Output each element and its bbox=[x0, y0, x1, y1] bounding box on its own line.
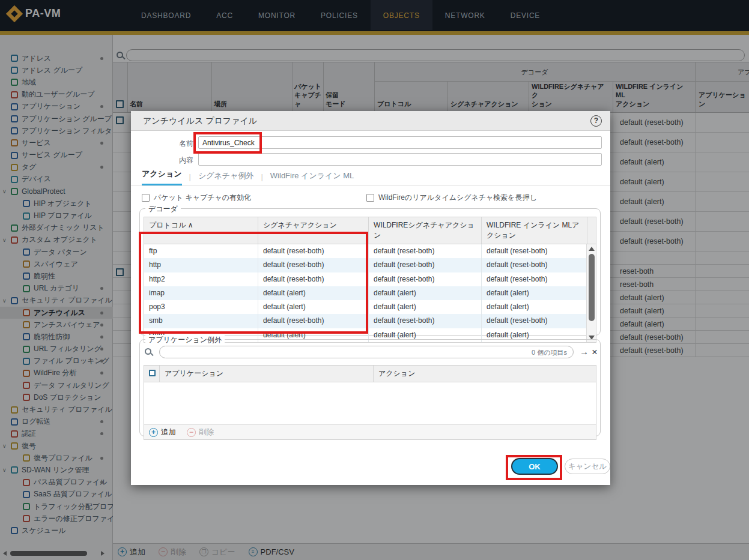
tab-actions[interactable]: アクション bbox=[142, 169, 182, 185]
select-all-checkbox[interactable] bbox=[149, 370, 156, 376]
decoder-col-header[interactable]: プロトコル ∧ bbox=[144, 217, 258, 244]
decoder-cell[interactable]: default (reset-both) bbox=[482, 258, 587, 272]
tab-signature-exceptions[interactable]: シグネチャ例外 bbox=[198, 170, 254, 185]
decoder-cell[interactable]: default (reset-both) bbox=[258, 258, 369, 272]
decoder-col-header[interactable]: WILDFIREシグネチャアクション bbox=[369, 217, 482, 244]
application-exception-header: アプリケーション アクション bbox=[144, 366, 596, 382]
decoder-cell[interactable]: default (reset-both) bbox=[482, 244, 587, 258]
decoder-col-header[interactable]: WILDFIRE インライン MLアクション bbox=[482, 217, 587, 244]
help-icon[interactable]: ? bbox=[590, 115, 602, 127]
decoder-row-smb[interactable]: smbdefault (reset-both)default (reset-bo… bbox=[144, 314, 596, 328]
decoder-cell[interactable]: default (reset-both) bbox=[258, 272, 369, 286]
decoder-legend: デコーダ bbox=[145, 204, 181, 214]
delete-application-button[interactable]: − 削除 bbox=[187, 427, 214, 438]
minus-icon: − bbox=[187, 428, 196, 437]
col-action: アクション bbox=[374, 366, 597, 382]
search-icon bbox=[145, 348, 151, 355]
ok-button[interactable]: OK bbox=[511, 458, 558, 475]
decoder-row-http2[interactable]: http2default (reset-both)default (reset-… bbox=[144, 272, 596, 286]
application-search-input[interactable]: 0 個の項目s bbox=[159, 346, 574, 358]
description-label: 内容 bbox=[131, 155, 193, 166]
wildfire-realtime-checkbox[interactable] bbox=[366, 194, 374, 202]
cancel-button[interactable]: キャンセル bbox=[565, 459, 610, 474]
decoder-cell[interactable]: http2 bbox=[144, 272, 258, 286]
decoder-cell[interactable]: smb bbox=[144, 314, 258, 328]
decoder-fieldset: デコーダ プロトコル ∧シグネチャアクションWILDFIREシグネチャアクション… bbox=[139, 208, 601, 336]
tab-wildfire-inline-ml[interactable]: WildFire インライン ML bbox=[270, 170, 354, 185]
decoder-table-body: ftpdefault (reset-both)default (reset-bo… bbox=[144, 244, 596, 343]
decoder-cell[interactable]: ftp bbox=[144, 244, 258, 258]
decoder-cell[interactable]: http bbox=[144, 258, 258, 272]
decoder-cell[interactable]: default (reset-both) bbox=[369, 314, 482, 328]
scroll-up-icon[interactable] bbox=[589, 247, 595, 251]
application-exception-empty-body bbox=[144, 382, 596, 424]
wildfire-realtime-checkbox-row: WildFireのリアルタイムシグネチャ検索を長押し bbox=[366, 193, 537, 203]
decoder-cell[interactable]: default (alert) bbox=[258, 300, 369, 314]
decoder-cell[interactable]: default (reset-both) bbox=[369, 272, 482, 286]
tab-separator: | bbox=[189, 172, 191, 185]
application-exception-search: 0 個の項目s → × bbox=[145, 346, 596, 359]
decoder-row-pop3[interactable]: pop3default (alert)default (alert)defaul… bbox=[144, 300, 596, 314]
name-input[interactable] bbox=[198, 136, 602, 149]
application-exception-footer: + 追加 − 削除 bbox=[144, 424, 596, 439]
clear-filter-icon[interactable]: × bbox=[592, 346, 598, 358]
decoder-col-header[interactable]: シグネチャアクション bbox=[258, 217, 369, 244]
col-application: アプリケーション bbox=[160, 366, 374, 382]
plus-icon: + bbox=[149, 428, 158, 437]
application-exception-legend: アプリケーション例外 bbox=[145, 335, 225, 345]
page-root: PA-VM DASHBOARDACCMONITORPOLICIESOBJECTS… bbox=[0, 0, 749, 560]
decoder-cell[interactable]: default (reset-both) bbox=[258, 244, 369, 258]
decoder-cell[interactable]: imap bbox=[144, 286, 258, 300]
items-count-badge: 0 個の項目s bbox=[532, 348, 567, 357]
decoder-table-header: プロトコル ∧シグネチャアクションWILDFIREシグネチャアクションWILDF… bbox=[144, 217, 596, 244]
scrollbar-thumb[interactable] bbox=[589, 254, 595, 321]
description-input[interactable] bbox=[198, 153, 602, 166]
add-application-button[interactable]: + 追加 bbox=[149, 427, 176, 438]
decoder-row-ftp[interactable]: ftpdefault (reset-both)default (reset-bo… bbox=[144, 244, 596, 258]
antivirus-profile-dialog: アンチウイルス プロファイル ? 名前 内容 アクション|シグネチャ例外|Wil… bbox=[131, 111, 610, 485]
dialog-header: アンチウイルス プロファイル ? bbox=[131, 111, 610, 131]
decoder-cell[interactable]: pop3 bbox=[144, 300, 258, 314]
decoder-cell[interactable]: default (reset-both) bbox=[369, 258, 482, 272]
decoder-cell[interactable]: default (reset-both) bbox=[482, 272, 587, 286]
decoder-table: プロトコル ∧シグネチャアクションWILDFIREシグネチャアクションWILDF… bbox=[144, 217, 596, 343]
dialog-tabs: アクション|シグネチャ例外|WildFire インライン ML bbox=[142, 169, 354, 185]
decoder-row-http[interactable]: httpdefault (reset-both)default (reset-b… bbox=[144, 258, 596, 272]
decoder-cell[interactable]: default (reset-both) bbox=[369, 244, 482, 258]
tabs-divider bbox=[131, 185, 610, 186]
decoder-cell[interactable]: default (alert) bbox=[369, 300, 482, 314]
name-label: 名前 bbox=[131, 139, 193, 149]
decoder-row-imap[interactable]: imapdefault (alert)default (alert)defaul… bbox=[144, 286, 596, 300]
decoder-scrollbar[interactable] bbox=[586, 244, 596, 342]
apply-filter-arrow-icon[interactable]: → bbox=[580, 346, 589, 357]
dialog-title: アンチウイルス プロファイル bbox=[143, 111, 257, 131]
packet-capture-checkbox[interactable] bbox=[142, 194, 150, 202]
decoder-cell[interactable]: default (reset-both) bbox=[258, 314, 369, 328]
application-exception-fieldset: アプリケーション例外 0 個の項目s → × アプリケーション アクション bbox=[139, 339, 601, 436]
application-exception-table: アプリケーション アクション + 追加 − 削除 bbox=[144, 365, 596, 440]
decoder-cell[interactable]: default (alert) bbox=[369, 286, 482, 300]
decoder-cell[interactable]: default (alert) bbox=[258, 286, 369, 300]
decoder-cell[interactable]: default (alert) bbox=[482, 286, 587, 300]
tab-separator: | bbox=[261, 172, 262, 185]
decoder-cell[interactable]: default (alert) bbox=[482, 300, 587, 314]
decoder-cell[interactable]: default (reset-both) bbox=[482, 314, 587, 328]
packet-capture-checkbox-row: パケット キャプチャの有効化 bbox=[142, 193, 251, 203]
